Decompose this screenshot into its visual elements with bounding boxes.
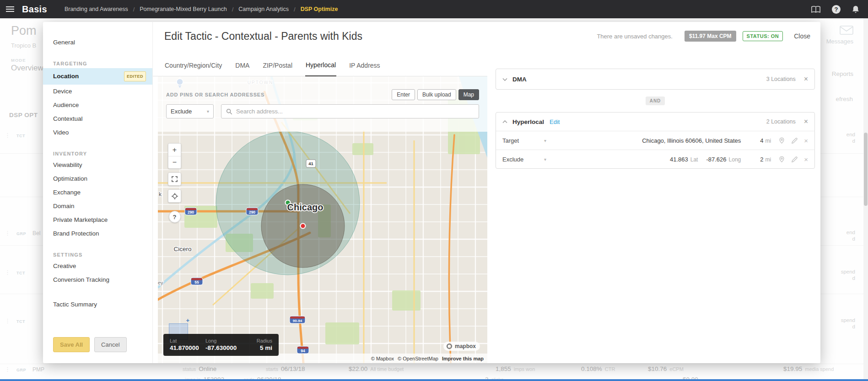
modal-header: Edit Tactic - Contextual - Parents with … [153,22,820,50]
remove-dma-icon[interactable]: × [804,75,808,83]
sidebar-item-contextual[interactable]: Contextual [43,112,152,126]
sidebar-item-creative[interactable]: Creative [43,259,152,273]
help-icon[interactable]: ? [832,5,841,14]
remove-location-icon[interactable]: × [804,156,808,163]
osm-attribution-link[interactable]: © OpenStreetMap [398,356,438,361]
svg-text:41: 41 [308,161,313,166]
cancel-button[interactable]: Cancel [94,337,126,352]
remove-hyperlocal-icon[interactable]: × [804,118,808,125]
sidebar-item-label: Device [53,88,72,95]
sidebar-item-private-marketplace[interactable]: Private Marketplace [43,213,152,227]
sidebar-item-viewability[interactable]: Viewability [43,158,152,172]
edit-pencil-icon[interactable] [791,156,798,163]
edit-hyperlocal-link[interactable]: Edit [550,118,560,125]
mode-button-bulk-upload[interactable]: Bulk upload [417,89,456,100]
search-icon [226,108,232,115]
dma-location-count: 3 Locations [766,76,796,82]
hyperlocal-row-exclude: Exclude ▾ 41.863 Lat -87.626 Lo [496,150,814,168]
tab-zip-postal[interactable]: ZIP/Postal [262,62,293,76]
radius-value: 4 [760,137,763,144]
radius-value: 5 mi [257,344,272,351]
exclude-pin[interactable] [301,224,306,229]
sidebar-item-label: Contextual [53,115,83,123]
route-shield-i290-east: 290 [246,208,258,215]
sidebar-item-audience[interactable]: Audience [43,98,152,112]
zoom-out-button[interactable]: − [168,156,181,168]
unsaved-changes-text: There are unsaved changes. [597,33,673,40]
sidebar-item-label: Creative [53,263,76,270]
sidebar-item-video[interactable]: Video [43,126,152,140]
modal-sidebar: GeneralTARGETINGLocationEDITEDDeviceAudi… [43,22,153,363]
scrollbar-thumb[interactable] [864,133,868,206]
sidebar-item-device[interactable]: Device [43,85,152,98]
mapbox-logo-text: mapbox [455,343,476,349]
improve-map-link[interactable]: Improve this map [442,356,484,361]
hamburger-menu-icon[interactable] [0,0,20,18]
coordinates-readout: Lat 41.870000 Long -87.630000 Radius 5 m… [163,334,279,356]
route-shield-i290-west: 290 [185,208,197,215]
chevron-down-icon[interactable] [502,78,507,81]
save-all-button[interactable]: Save All [53,337,90,352]
sidebar-item-exchange[interactable]: Exchange [43,186,152,199]
tab-ip-address[interactable]: IP Address [349,62,380,76]
exclude-mode-select[interactable]: Exclude ▾ [502,156,546,163]
svg-text:55: 55 [194,280,199,284]
add-pin-marker: + [186,317,189,324]
chevron-down-icon: ▾ [207,109,209,114]
close-modal-link[interactable]: Close [794,32,810,40]
map-controls: + − [168,143,181,223]
sidebar-item-label: INVENTORY [53,151,87,156]
sidebar-item-general[interactable]: General [43,36,152,49]
zoom-in-button[interactable]: + [168,144,181,156]
max-cpm-badge: $11.97 Max CPM [685,31,736,42]
page-scrollbar[interactable] [863,18,868,379]
mode-button-map[interactable]: Map [458,89,479,100]
edit-pencil-icon[interactable] [791,137,798,144]
sidebar-item-conversion-tracking[interactable]: Conversion Tracking [43,273,152,287]
mode-button-enter[interactable]: Enter [392,89,415,100]
search-address-input[interactable] [236,108,474,115]
notifications-bell-icon[interactable] [852,5,860,14]
route-shield-i55: 55 [191,278,203,285]
sidebar-item-tactic-summary[interactable]: Tactic Summary [43,298,152,311]
radius-label: Radius [257,338,272,343]
sidebar-item-label: SETTINGS [53,252,83,258]
mapbox-attribution-link[interactable]: © Mapbox [371,356,394,361]
tab-hyperlocal[interactable]: Hyperlocal [305,61,336,76]
sidebar-item-brand-protection[interactable]: Brand Protection [43,227,152,241]
include-exclude-select[interactable]: Exclude ▾ [166,104,214,118]
breadcrumb-item-branding-and-awareness[interactable]: Branding and Awareness [65,6,128,12]
dma-card: DMA 3 Locations × [496,69,815,90]
sidebar-item-optimization[interactable]: Optimization [43,172,152,186]
route-shield-i90-94: 90-94 [290,316,305,323]
sidebar-item-domain[interactable]: Domain [43,199,152,213]
address-search-box [221,104,479,118]
tab-country-region-city[interactable]: Country/Region/City [164,62,222,76]
target-mode-select[interactable]: Target ▾ [502,137,546,144]
tab-dma[interactable]: DMA [235,62,250,76]
sidebar-item-label: Video [53,129,69,136]
fullscreen-button[interactable] [168,173,181,185]
basis-logo[interactable]: Basis [22,4,47,15]
map[interactable]: 41 290 290 [158,76,487,363]
map-help-button[interactable]: ? [169,211,181,223]
sidebar-item-label: Conversion Tracking [53,276,109,284]
and-operator: AND [646,97,665,105]
map-pin-icon[interactable] [778,137,785,144]
svg-text:90-94: 90-94 [293,319,302,323]
mapbox-logo[interactable]: mapbox [443,342,480,351]
map-pin-icon[interactable] [778,156,785,163]
remove-location-icon[interactable]: × [804,137,808,144]
hyperlocal-card: Hyperlocal Edit 2 Locations × Target ▾ [496,112,815,169]
library-icon[interactable] [811,5,821,13]
chevron-up-icon[interactable] [502,120,507,123]
sidebar-item-location[interactable]: LocationEDITED [43,68,152,85]
breadcrumb-item-campaign-analytics[interactable]: Campaign Analytics [238,6,289,12]
breadcrumb-item-pomegranate-mixed-berry-launch[interactable]: Pomegranate-Mixed Berry Launch [140,6,226,12]
top-navigation-bar: Basis Branding and Awareness/Pomegranate… [0,0,868,18]
status-badge: STATUS: ON [743,31,783,41]
breadcrumb: Branding and Awareness/Pomegranate-Mixed… [65,6,338,13]
locate-button[interactable] [168,190,181,202]
breadcrumb-item-dsp-optimize[interactable]: DSP Optimize [301,6,338,12]
hyperlocal-location-count: 2 Locations [766,118,796,125]
